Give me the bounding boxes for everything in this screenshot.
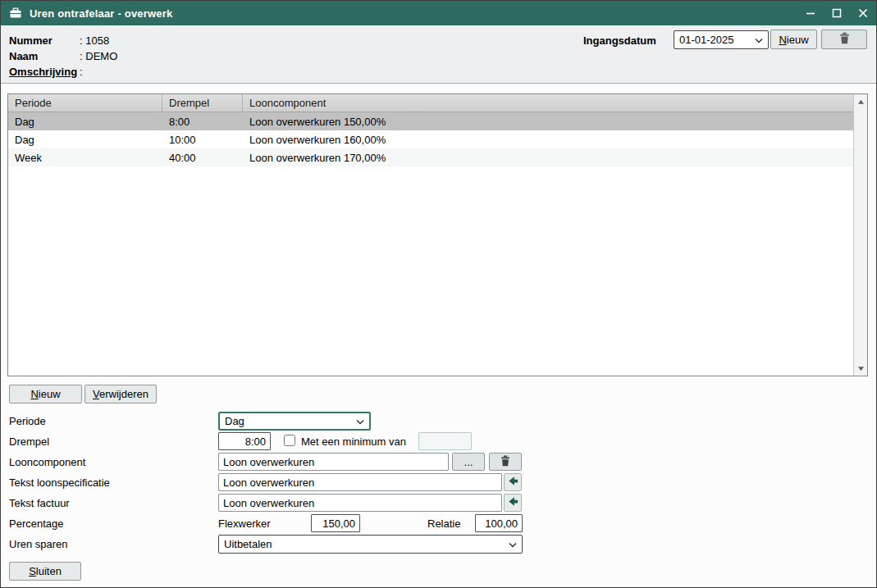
tekst-factuur-label: Tekst factuur [9,497,70,509]
verwijderen-label-rest: erwijderen [99,388,148,400]
copy-tekst-factuur-button[interactable] [504,494,522,512]
sluiten-label-accel: S [29,565,36,577]
minimum-label: Met een minimum van [301,435,406,448]
tekst-factuur-input[interactable] [218,494,502,512]
browse-looncomponent-button[interactable]: ... [452,453,485,471]
cell-periode: Dag [8,130,162,148]
periods-table: Periode Drempel Looncomponent Dag 8:00 L… [7,93,868,376]
ingangsdatum-select[interactable]: 01-01-2025 [674,30,769,49]
minimum-checkbox[interactable] [284,435,295,446]
flexwerker-label: Flexwerker [218,517,271,530]
trash-icon [500,455,511,469]
relatie-percentage-input[interactable] [475,514,523,532]
table-row[interactable]: Week 40:00 Loon overwerkuren 170,00% [8,148,853,166]
nieuw-row-label-accel: N [30,388,38,400]
cell-looncomponent: Loon overwerkuren 150,00% [243,112,853,130]
nummer-value: 1058 [85,34,109,47]
dialog-window: Uren ontrafelaar - overwerk Nummer: 1058… [0,0,877,588]
table-body: Dag 8:00 Loon overwerkuren 150,00% Dag 1… [8,112,853,376]
cell-drempel: 40:00 [162,148,243,166]
naam-field: Naam: DEMO [9,50,117,62]
copy-tekst-loonspecificatie-button[interactable] [504,473,522,491]
looncomponent-label: Looncomponent [9,456,85,468]
sluiten-button[interactable]: Sluiten [9,562,81,581]
periode-value: Dag [225,415,356,427]
cell-drempel: 10:00 [162,130,243,148]
nummer-label: Nummer [9,34,80,47]
column-header-periode[interactable]: Periode [8,94,162,112]
delete-ingangsdatum-button[interactable] [821,30,867,49]
tekst-loonspecificatie-label: Tekst loonspecificatie [9,476,110,489]
cell-periode: Week [8,148,162,166]
arrow-left-icon [507,475,519,490]
percentage-label: Percentage [9,517,64,530]
nieuw-label-rest: ieuw [787,34,809,46]
column-header-drempel[interactable]: Drempel [162,94,243,112]
cell-looncomponent: Loon overwerkuren 160,00% [243,130,853,148]
nieuw-ingangsdatum-button[interactable]: Nieuw [770,30,817,49]
window-controls [797,1,876,25]
uren-sparen-select[interactable]: Uitbetalen [218,535,523,554]
omschrijving-separator: : [80,66,83,78]
verwijderen-button[interactable]: Verwijderen [85,385,157,403]
verwijderen-label-accel: V [93,388,99,400]
chevron-down-icon [509,538,517,550]
flexwerker-percentage-input[interactable] [311,514,360,532]
scroll-up-icon[interactable] [854,95,867,108]
titlebar: Uren ontrafelaar - overwerk [1,1,876,25]
nieuw-row-button[interactable]: Nieuw [9,385,82,403]
minimum-input[interactable] [418,432,472,450]
close-icon[interactable] [850,1,876,25]
naam-value: DEMO [85,50,117,62]
scroll-down-icon[interactable] [854,362,867,375]
maximize-icon[interactable] [824,1,850,25]
naam-label: Naam [9,50,80,62]
cell-periode: Dag [8,112,162,130]
delete-looncomponent-button[interactable] [489,453,522,471]
drempel-label: Drempel [9,435,49,448]
ingangsdatum-value: 01-01-2025 [679,34,755,46]
tekst-loonspecificatie-input[interactable] [218,473,502,491]
omschrijving-field: Omschrijving: [9,66,85,78]
minimize-icon[interactable] [797,1,824,25]
omschrijving-label: Omschrijving [9,66,80,78]
uren-sparen-label: Uren sparen [9,538,68,550]
periode-select[interactable]: Dag [218,412,371,431]
window-title: Uren ontrafelaar - overwerk [30,7,172,20]
sluiten-label-rest: luiten [36,565,62,577]
nummer-separator: : [80,34,83,47]
cell-looncomponent: Loon overwerkuren 170,00% [243,148,853,166]
naam-separator: : [80,50,83,62]
uren-sparen-value: Uitbetalen [224,538,509,550]
nummer-field: Nummer: 1058 [9,34,109,47]
periode-label: Periode [9,415,46,427]
column-header-looncomponent[interactable]: Looncomponent [243,94,853,112]
header: Nummer: 1058 Naam: DEMO Omschrijving: In… [1,25,876,84]
vertical-scrollbar[interactable] [853,94,867,376]
table-header: Periode Drempel Looncomponent [8,94,853,112]
relatie-label: Relatie [427,517,460,530]
nieuw-row-label-rest: ieuw [39,388,61,400]
app-icon [9,7,22,20]
drempel-input[interactable] [218,432,271,450]
arrow-left-icon [507,495,519,510]
cell-drempel: 8:00 [162,112,243,130]
ingangsdatum-label: Ingangsdatum [583,34,656,47]
chevron-down-icon [356,415,364,427]
nieuw-label-accel: N [779,34,786,46]
chevron-down-icon [755,34,763,46]
table-row[interactable]: Dag 10:00 Loon overwerkuren 160,00% [8,130,853,148]
browse-label: ... [464,456,473,468]
looncomponent-input[interactable] [218,453,449,471]
trash-icon [838,32,851,47]
table-row[interactable]: Dag 8:00 Loon overwerkuren 150,00% [8,112,853,130]
